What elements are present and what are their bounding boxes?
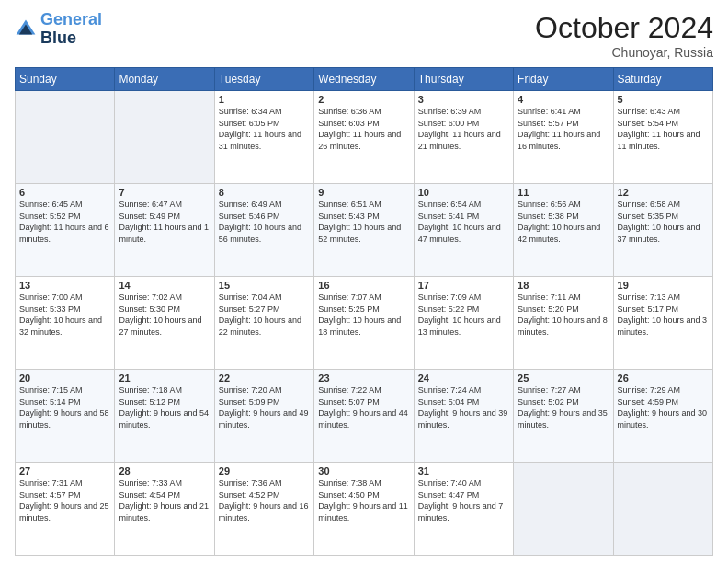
day-content: Sunrise: 6:51 AM Sunset: 5:43 PM Dayligh… <box>318 199 409 245</box>
day-header-friday: Friday <box>514 68 613 91</box>
day-content: Sunrise: 7:31 AM Sunset: 4:57 PM Dayligh… <box>19 477 110 523</box>
calendar-cell: 28Sunrise: 7:33 AM Sunset: 4:54 PM Dayli… <box>115 463 214 556</box>
day-header-wednesday: Wednesday <box>314 68 414 91</box>
calendar-cell: 3Sunrise: 6:39 AM Sunset: 6:00 PM Daylig… <box>414 91 513 184</box>
calendar-cell: 2Sunrise: 6:36 AM Sunset: 6:03 PM Daylig… <box>314 91 414 184</box>
day-number: 16 <box>318 280 409 291</box>
day-number: 14 <box>119 280 210 291</box>
calendar-cell: 18Sunrise: 7:11 AM Sunset: 5:20 PM Dayli… <box>514 277 613 370</box>
day-number: 12 <box>618 187 709 198</box>
calendar-cell: 20Sunrise: 7:15 AM Sunset: 5:14 PM Dayli… <box>16 370 115 463</box>
calendar-cell: 19Sunrise: 7:13 AM Sunset: 5:17 PM Dayli… <box>613 277 712 370</box>
day-content: Sunrise: 7:20 AM Sunset: 5:09 PM Dayligh… <box>219 385 310 431</box>
day-content: Sunrise: 6:34 AM Sunset: 6:05 PM Dayligh… <box>219 106 310 152</box>
day-number: 7 <box>119 187 210 198</box>
calendar-cell <box>16 91 115 184</box>
day-content: Sunrise: 7:33 AM Sunset: 4:54 PM Dayligh… <box>119 477 210 523</box>
day-content: Sunrise: 6:56 AM Sunset: 5:38 PM Dayligh… <box>518 199 609 245</box>
calendar-cell: 4Sunrise: 6:41 AM Sunset: 5:57 PM Daylig… <box>514 91 613 184</box>
day-content: Sunrise: 7:13 AM Sunset: 5:17 PM Dayligh… <box>618 292 709 338</box>
day-header-sunday: Sunday <box>16 68 115 91</box>
calendar-cell: 24Sunrise: 7:24 AM Sunset: 5:04 PM Dayli… <box>414 370 513 463</box>
day-content: Sunrise: 7:07 AM Sunset: 5:25 PM Dayligh… <box>318 292 409 338</box>
calendar-cell: 10Sunrise: 6:54 AM Sunset: 5:41 PM Dayli… <box>414 184 513 277</box>
calendar-cell: 9Sunrise: 6:51 AM Sunset: 5:43 PM Daylig… <box>314 184 414 277</box>
month-title: October 2024 <box>535 11 713 45</box>
day-content: Sunrise: 7:04 AM Sunset: 5:27 PM Dayligh… <box>219 292 310 338</box>
day-number: 26 <box>618 373 709 384</box>
day-content: Sunrise: 7:15 AM Sunset: 5:14 PM Dayligh… <box>19 385 110 431</box>
day-content: Sunrise: 7:40 AM Sunset: 4:47 PM Dayligh… <box>418 477 509 523</box>
day-number: 20 <box>19 373 110 384</box>
day-content: Sunrise: 7:11 AM Sunset: 5:20 PM Dayligh… <box>518 292 609 338</box>
calendar-cell: 22Sunrise: 7:20 AM Sunset: 5:09 PM Dayli… <box>214 370 313 463</box>
day-number: 18 <box>518 280 609 291</box>
day-content: Sunrise: 7:24 AM Sunset: 5:04 PM Dayligh… <box>418 385 509 431</box>
title-block: October 2024 Chunoyar, Russia <box>535 11 713 60</box>
day-number: 25 <box>518 373 609 384</box>
day-number: 30 <box>318 465 409 477</box>
calendar-cell: 5Sunrise: 6:43 AM Sunset: 5:54 PM Daylig… <box>613 91 712 184</box>
day-content: Sunrise: 7:09 AM Sunset: 5:22 PM Dayligh… <box>418 292 509 338</box>
day-number: 2 <box>318 94 409 105</box>
day-content: Sunrise: 7:00 AM Sunset: 5:33 PM Dayligh… <box>19 292 110 338</box>
calendar-cell: 17Sunrise: 7:09 AM Sunset: 5:22 PM Dayli… <box>414 277 513 370</box>
calendar-cell: 1Sunrise: 6:34 AM Sunset: 6:05 PM Daylig… <box>214 91 313 184</box>
calendar-cell <box>115 91 214 184</box>
day-content: Sunrise: 6:49 AM Sunset: 5:46 PM Dayligh… <box>219 199 310 245</box>
calendar-cell: 26Sunrise: 7:29 AM Sunset: 4:59 PM Dayli… <box>613 370 712 463</box>
logo: General Blue <box>15 11 102 48</box>
calendar-cell: 11Sunrise: 6:56 AM Sunset: 5:38 PM Dayli… <box>514 184 613 277</box>
calendar-week-2: 6Sunrise: 6:45 AM Sunset: 5:52 PM Daylig… <box>16 184 713 277</box>
day-number: 13 <box>19 280 110 291</box>
calendar-cell: 29Sunrise: 7:36 AM Sunset: 4:52 PM Dayli… <box>214 463 313 556</box>
day-header-thursday: Thursday <box>414 68 513 91</box>
day-number: 3 <box>418 94 509 105</box>
day-content: Sunrise: 7:27 AM Sunset: 5:02 PM Dayligh… <box>518 385 609 431</box>
day-content: Sunrise: 6:47 AM Sunset: 5:49 PM Dayligh… <box>119 199 210 245</box>
calendar-cell: 13Sunrise: 7:00 AM Sunset: 5:33 PM Dayli… <box>16 277 115 370</box>
day-content: Sunrise: 7:02 AM Sunset: 5:30 PM Dayligh… <box>119 292 210 338</box>
calendar-cell: 14Sunrise: 7:02 AM Sunset: 5:30 PM Dayli… <box>115 277 214 370</box>
calendar-week-4: 20Sunrise: 7:15 AM Sunset: 5:14 PM Dayli… <box>16 370 713 463</box>
calendar-week-1: 1Sunrise: 6:34 AM Sunset: 6:05 PM Daylig… <box>16 91 713 184</box>
day-number: 31 <box>418 465 509 477</box>
day-content: Sunrise: 6:43 AM Sunset: 5:54 PM Dayligh… <box>618 106 709 152</box>
logo-text: General Blue <box>40 11 102 48</box>
calendar-cell: 16Sunrise: 7:07 AM Sunset: 5:25 PM Dayli… <box>314 277 414 370</box>
day-content: Sunrise: 6:36 AM Sunset: 6:03 PM Dayligh… <box>318 106 409 152</box>
calendar-week-3: 13Sunrise: 7:00 AM Sunset: 5:33 PM Dayli… <box>16 277 713 370</box>
location-subtitle: Chunoyar, Russia <box>535 45 713 60</box>
day-number: 9 <box>318 187 409 198</box>
day-number: 4 <box>518 94 609 105</box>
header: General Blue October 2024 Chunoyar, Russ… <box>15 11 713 60</box>
calendar-cell: 21Sunrise: 7:18 AM Sunset: 5:12 PM Dayli… <box>115 370 214 463</box>
calendar-cell: 12Sunrise: 6:58 AM Sunset: 5:35 PM Dayli… <box>613 184 712 277</box>
day-header-tuesday: Tuesday <box>214 68 313 91</box>
day-number: 19 <box>618 280 709 291</box>
day-header-saturday: Saturday <box>613 68 712 91</box>
calendar-cell: 23Sunrise: 7:22 AM Sunset: 5:07 PM Dayli… <box>314 370 414 463</box>
page: General Blue October 2024 Chunoyar, Russ… <box>0 0 728 563</box>
day-content: Sunrise: 7:29 AM Sunset: 4:59 PM Dayligh… <box>618 385 709 431</box>
day-number: 28 <box>119 465 210 477</box>
day-header-monday: Monday <box>115 68 214 91</box>
calendar-table: SundayMondayTuesdayWednesdayThursdayFrid… <box>15 67 713 556</box>
calendar-week-5: 27Sunrise: 7:31 AM Sunset: 4:57 PM Dayli… <box>16 463 713 556</box>
calendar-cell: 7Sunrise: 6:47 AM Sunset: 5:49 PM Daylig… <box>115 184 214 277</box>
day-number: 1 <box>219 94 310 105</box>
day-content: Sunrise: 7:22 AM Sunset: 5:07 PM Dayligh… <box>318 385 409 431</box>
day-number: 11 <box>518 187 609 198</box>
calendar-cell <box>514 463 613 556</box>
calendar-cell: 6Sunrise: 6:45 AM Sunset: 5:52 PM Daylig… <box>16 184 115 277</box>
calendar-cell: 15Sunrise: 7:04 AM Sunset: 5:27 PM Dayli… <box>214 277 313 370</box>
logo-icon <box>15 18 37 40</box>
day-number: 6 <box>19 187 110 198</box>
day-content: Sunrise: 6:41 AM Sunset: 5:57 PM Dayligh… <box>518 106 609 152</box>
day-number: 10 <box>418 187 509 198</box>
day-number: 21 <box>119 373 210 384</box>
day-content: Sunrise: 6:58 AM Sunset: 5:35 PM Dayligh… <box>618 199 709 245</box>
day-content: Sunrise: 6:54 AM Sunset: 5:41 PM Dayligh… <box>418 199 509 245</box>
calendar-cell: 8Sunrise: 6:49 AM Sunset: 5:46 PM Daylig… <box>214 184 313 277</box>
day-content: Sunrise: 6:39 AM Sunset: 6:00 PM Dayligh… <box>418 106 509 152</box>
